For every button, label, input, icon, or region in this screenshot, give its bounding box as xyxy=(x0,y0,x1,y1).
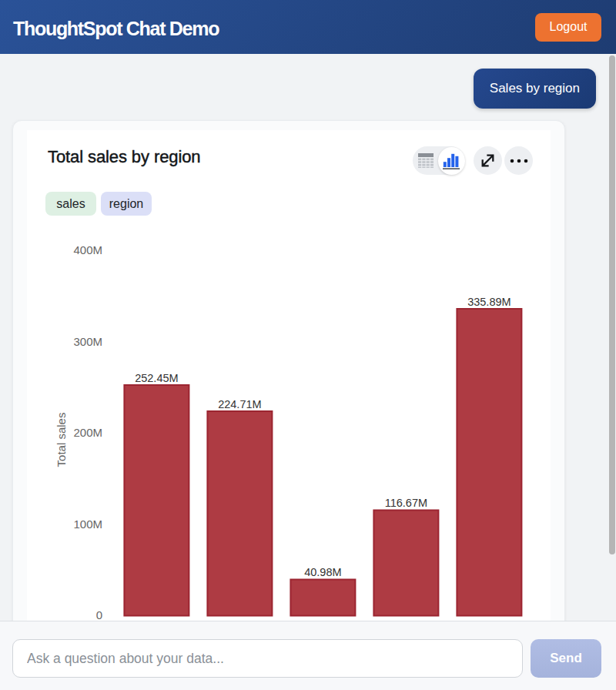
svg-text:252.45M: 252.45M xyxy=(135,372,178,384)
svg-text:200M: 200M xyxy=(73,426,102,439)
svg-text:400M: 400M xyxy=(73,243,102,256)
svg-text:40.98M: 40.98M xyxy=(304,566,341,578)
svg-text:300M: 300M xyxy=(73,335,102,348)
svg-text:335.89M: 335.89M xyxy=(467,296,511,308)
svg-text:100M: 100M xyxy=(73,518,102,531)
svg-text:0: 0 xyxy=(96,608,102,621)
svg-text:224.71M: 224.71M xyxy=(218,398,261,410)
svg-text:Total sales: Total sales xyxy=(55,413,68,467)
svg-text:116.67M: 116.67M xyxy=(385,497,427,509)
